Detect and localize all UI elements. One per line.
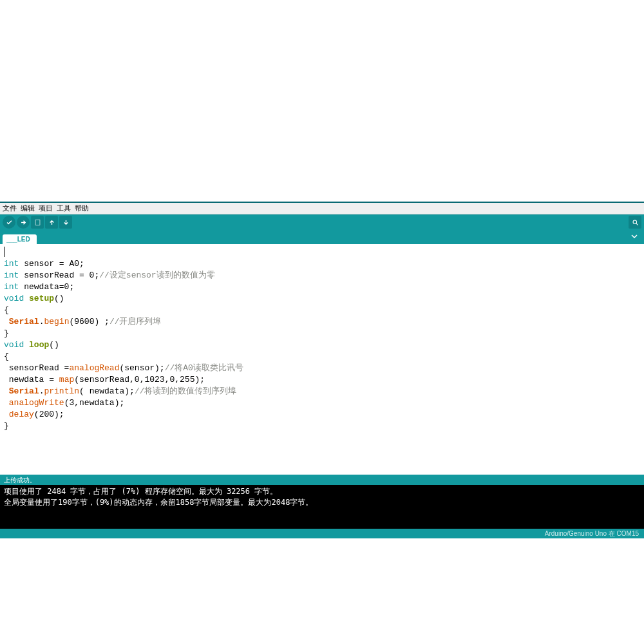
- svg-point-1: [633, 220, 637, 224]
- save-button[interactable]: [59, 216, 72, 229]
- code-token: [4, 386, 9, 396]
- svg-rect-0: [35, 220, 40, 225]
- code-token: void: [4, 340, 24, 350]
- chevron-down-icon: [631, 233, 638, 240]
- code-comment: //将A0读取类比讯号: [165, 363, 243, 373]
- code-token: int: [4, 259, 19, 269]
- code-token: delay: [9, 410, 34, 419]
- code-token: loop: [29, 340, 49, 350]
- arduino-ide-window: 文件 编辑 项目 工具 帮助 ___LED int sensor =: [0, 202, 644, 538]
- arrow-right-icon: [20, 219, 27, 226]
- menu-sketch[interactable]: 项目: [39, 204, 53, 213]
- check-icon: [6, 219, 13, 226]
- code-token: (sensorRead,0,1023,0,255);: [74, 375, 205, 384]
- code-comment: //设定sensor读到的数值为零: [99, 270, 214, 280]
- code-token: (sensor);: [119, 363, 164, 373]
- status-text: 上传成功。: [4, 477, 36, 484]
- menu-tools[interactable]: 工具: [57, 204, 71, 213]
- toolbar: [0, 214, 644, 230]
- file-icon: [34, 219, 41, 226]
- console-line: 项目使用了 2484 字节，占用了 (7%) 程序存储空间。最大为 32256 …: [4, 486, 640, 497]
- code-token: begin: [44, 317, 69, 327]
- upload-button[interactable]: [17, 216, 30, 229]
- tab-menu-button[interactable]: [631, 232, 641, 244]
- code-token: sensorRead = 0;: [19, 270, 99, 280]
- console-line: 全局变量使用了190字节，(9%)的动态内存，余留1858字节局部变量。最大为2…: [4, 497, 640, 508]
- status-bar: 上传成功。: [0, 475, 644, 485]
- code-token: analogWrite: [9, 398, 64, 408]
- magnifier-icon: [632, 219, 639, 226]
- code-token: sensor = A0;: [19, 259, 84, 269]
- arrow-up-icon: [48, 219, 55, 226]
- code-token: (): [49, 340, 59, 350]
- new-button[interactable]: [31, 216, 44, 229]
- code-token: println: [44, 386, 79, 396]
- code-token: newdata =: [4, 375, 59, 384]
- code-token: [4, 410, 9, 419]
- tab-strip: ___LED: [0, 230, 644, 244]
- code-token: ( newdata);: [79, 386, 135, 396]
- menu-bar: 文件 编辑 项目 工具 帮助: [0, 203, 644, 214]
- code-token: [4, 317, 9, 327]
- code-token: }: [4, 328, 9, 338]
- code-token: int: [4, 282, 19, 292]
- code-token: setup: [29, 294, 54, 303]
- code-token: (): [54, 294, 64, 303]
- code-token: newdata=0;: [19, 282, 74, 292]
- code-token: (200);: [34, 410, 64, 419]
- code-editor[interactable]: int sensor = A0; int sensorRead = 0;//设定…: [0, 244, 644, 475]
- code-token: [24, 294, 29, 303]
- code-token: }: [4, 421, 9, 431]
- code-comment: //将读到的数值传到序列埠: [135, 386, 237, 396]
- code-token: analogRead: [69, 363, 119, 373]
- code-token: map: [59, 375, 74, 384]
- code-token: [24, 340, 29, 350]
- sketch-tab[interactable]: ___LED: [3, 234, 37, 244]
- board-footer: Arduino/Genuino Uno 在 COM15: [0, 529, 644, 538]
- code-token: void: [4, 294, 24, 303]
- open-button[interactable]: [45, 216, 58, 229]
- code-comment: //开启序列埠: [109, 317, 162, 327]
- arrow-down-icon: [62, 219, 70, 226]
- board-info: Arduino/Genuino Uno 在 COM15: [545, 530, 639, 537]
- code-token: {: [4, 352, 9, 361]
- code-token: {: [4, 305, 9, 315]
- menu-help[interactable]: 帮助: [75, 204, 89, 213]
- menu-file[interactable]: 文件: [3, 204, 17, 213]
- menu-edit[interactable]: 编辑: [21, 204, 35, 213]
- code-token: int: [4, 270, 19, 280]
- code-token: (9600) ;: [69, 317, 109, 327]
- verify-button[interactable]: [3, 216, 15, 229]
- code-token: Serial: [9, 386, 39, 396]
- code-token: [4, 398, 9, 408]
- output-console: 项目使用了 2484 字节，占用了 (7%) 程序存储空间。最大为 32256 …: [0, 485, 644, 529]
- code-token: Serial: [9, 317, 39, 327]
- code-token: sensorRead =: [4, 363, 69, 373]
- code-token: (3,newdata);: [64, 398, 125, 408]
- serial-monitor-button[interactable]: [629, 216, 641, 229]
